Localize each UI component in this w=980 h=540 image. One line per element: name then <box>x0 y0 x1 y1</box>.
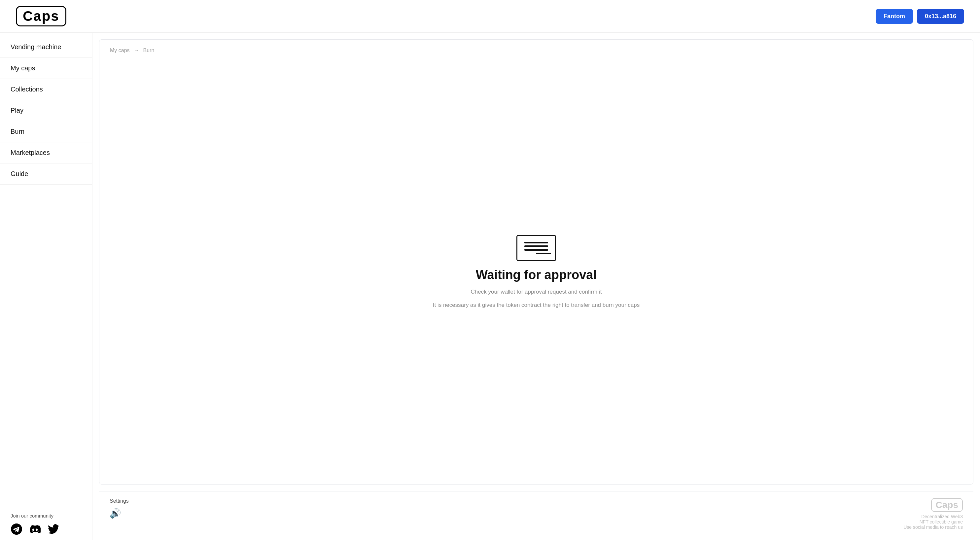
sidebar-community: Join our community <box>0 505 92 539</box>
approval-container: Waiting for approval Check your wallet f… <box>99 59 973 484</box>
icon-line-2 <box>524 245 548 247</box>
breadcrumb-parent: My caps <box>110 48 130 53</box>
icon-line-1 <box>524 242 548 244</box>
footer-tagline2: NFT collectible game <box>904 519 963 524</box>
header-buttons: Fantom 0x13...a816 <box>876 9 964 24</box>
sidebar-item-guide[interactable]: Guide <box>0 164 92 185</box>
sidebar: Vending machine My caps Collections Play… <box>0 33 92 540</box>
wallet-button[interactable]: 0x13...a816 <box>917 9 964 24</box>
footer-logo-area: Caps Decentralized Web3 NFT collectible … <box>904 498 963 530</box>
main-layout: Vending machine My caps Collections Play… <box>0 33 980 540</box>
discord-icon[interactable] <box>29 523 41 535</box>
approval-document-icon <box>516 235 556 261</box>
breadcrumb-separator: → <box>134 48 139 53</box>
sidebar-item-marketplaces[interactable]: Marketplaces <box>0 142 92 164</box>
footer-logo: Caps <box>931 498 963 512</box>
sidebar-nav: Vending machine My caps Collections Play… <box>0 37 92 505</box>
settings-label: Settings <box>110 498 129 504</box>
telegram-icon[interactable] <box>11 523 22 535</box>
settings-area: Settings 🔊 <box>110 498 129 519</box>
footer-social: Use social media to reach us <box>904 524 963 530</box>
approval-desc2: It is necessary as it gives the token co… <box>433 302 640 309</box>
network-button[interactable]: Fantom <box>876 9 913 24</box>
sidebar-item-vending-machine[interactable]: Vending machine <box>0 37 92 58</box>
community-label: Join our community <box>11 513 81 519</box>
breadcrumb: My caps → Burn <box>99 40 973 59</box>
sidebar-item-burn[interactable]: Burn <box>0 121 92 142</box>
sound-icon[interactable]: 🔊 <box>110 508 129 519</box>
content-footer: Settings 🔊 Caps Decentralized Web3 NFT c… <box>99 491 974 536</box>
sidebar-item-play[interactable]: Play <box>0 100 92 121</box>
breadcrumb-current: Burn <box>143 48 154 53</box>
approval-desc1: Check your wallet for approval request a… <box>471 289 602 295</box>
twitter-icon[interactable] <box>48 523 59 535</box>
logo: Caps <box>16 6 66 26</box>
social-icons <box>11 523 81 535</box>
header: Caps Fantom 0x13...a816 <box>0 0 980 33</box>
icon-line-3 <box>524 249 548 251</box>
approval-title: Waiting for approval <box>476 268 597 282</box>
icon-line-4 <box>536 253 551 254</box>
footer-tagline1: Decentralized Web3 <box>904 514 963 519</box>
sidebar-item-my-caps[interactable]: My caps <box>0 58 92 79</box>
content-main: My caps → Burn Waiting for approval Chec… <box>99 39 974 484</box>
sidebar-item-collections[interactable]: Collections <box>0 79 92 100</box>
content: My caps → Burn Waiting for approval Chec… <box>92 33 980 540</box>
